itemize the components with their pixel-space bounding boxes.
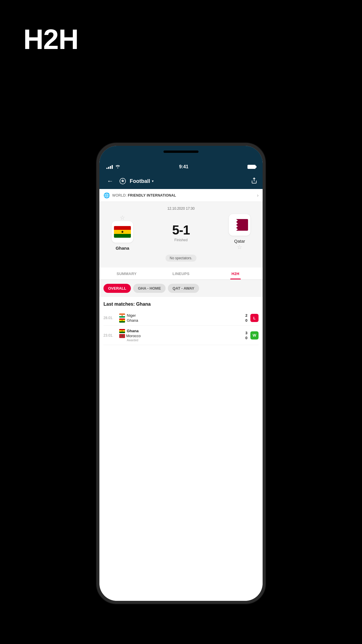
awarded-note: Awarded (119, 339, 242, 342)
match-scores-2: 3 0 (245, 331, 247, 340)
match-scores-1: 2 0 (245, 313, 247, 323)
morocco-mini-flag (119, 334, 125, 338)
status-time: 9:41 (179, 164, 188, 169)
away-team: Qatar ☆ (221, 214, 259, 251)
team-name-morocco: Morocco (126, 334, 141, 338)
notch-pill (164, 150, 198, 153)
tab-summary[interactable]: SUMMARY (99, 267, 154, 279)
qatar-flag-large (231, 219, 248, 231)
filter-gha-home[interactable]: GHA - HOME (133, 284, 166, 293)
last-matches-title: Last matches: Ghana (103, 302, 259, 307)
signal-bar-4 (112, 165, 113, 169)
score-niger: 2 (245, 313, 247, 318)
match-date-1: 28.01. (103, 316, 116, 320)
world-flag: 🌐 (103, 192, 110, 199)
match-teams-2: Ghana Morocco Awarded (119, 329, 242, 342)
signal-bars (106, 165, 113, 169)
filter-section: OVERALL GHA - HOME QAT - AWAY (99, 280, 263, 297)
wifi-icon (115, 164, 120, 169)
back-button[interactable]: ← (105, 176, 116, 186)
signal-bar-2 (108, 167, 109, 169)
league-text: WORLD: FRIENDLY INTERNATIONAL (112, 193, 176, 197)
tabs-bar: SUMMARY LINEUPS H2H (99, 267, 263, 280)
share-button[interactable] (251, 177, 257, 185)
signal-bar-3 (110, 166, 111, 169)
ghana-flag-large (114, 226, 131, 238)
match-teams-1: Niger Ghana (119, 313, 242, 323)
score-ghana-2: 3 (245, 331, 247, 335)
nav-title-text: Football (130, 178, 150, 184)
score-morocco: 0 (245, 336, 247, 340)
home-star-icon[interactable]: ☆ (120, 214, 125, 221)
team-row-ghana-1: Ghana (119, 318, 242, 323)
niger-mini-flag (119, 314, 125, 318)
status-bar: 9:41 (99, 160, 263, 173)
notch-area (99, 146, 263, 160)
no-spectators: No spectators. (103, 255, 259, 262)
away-star-icon[interactable]: ☆ (237, 244, 242, 251)
away-team-name: Qatar (234, 239, 245, 244)
league-chevron-icon: › (257, 193, 259, 198)
home-team: ☆ Ghana (103, 214, 141, 251)
battery-fill (248, 165, 255, 168)
match-row-item-1[interactable]: 28.01. Niger (103, 310, 259, 326)
match-section: 12.10.2020 17:30 ☆ (99, 202, 263, 267)
match-row: ☆ Ghana 5-1 (103, 214, 259, 251)
score-ghana-1: 0 (245, 318, 247, 323)
team-row-niger: Niger (119, 313, 242, 318)
league-banner[interactable]: 🌐 WORLD: FRIENDLY INTERNATIONAL › (99, 189, 263, 202)
battery-icon (247, 165, 256, 169)
match-center: 5-1 Finished (172, 223, 190, 242)
filter-qat-away[interactable]: QAT - AWAY (168, 284, 199, 293)
nav-title-area: Football ▾ (130, 178, 248, 184)
result-badge-2: W (250, 331, 259, 340)
team-row-ghana-2: Ghana (119, 329, 242, 333)
ghana-mini-flag-1 (119, 318, 125, 323)
away-flag-container (229, 214, 250, 236)
football-icon (119, 177, 127, 185)
status-left (106, 164, 120, 169)
home-team-name: Ghana (116, 246, 129, 251)
team-name-ghana-2: Ghana (127, 329, 138, 333)
home-flag-container (112, 221, 133, 243)
result-badge-1: L (250, 314, 259, 322)
match-date: 12.10.2020 17:30 (103, 206, 259, 211)
no-spectators-badge: No spectators. (166, 255, 196, 262)
team-name-niger: Niger (127, 313, 136, 318)
nav-bar: ← Football ▾ (99, 173, 263, 189)
signal-bar-1 (106, 168, 108, 169)
filter-overall[interactable]: OVERALL (103, 284, 131, 293)
match-score: 5-1 (172, 223, 190, 237)
match-date-2: 23.01. (103, 333, 116, 337)
ghana-mini-flag-2 (119, 329, 125, 333)
tab-h2h[interactable]: H2H (208, 267, 263, 279)
team-row-morocco: Morocco (119, 334, 242, 338)
dropdown-arrow[interactable]: ▾ (152, 179, 154, 183)
svg-point-2 (122, 180, 124, 182)
phone-screen: 9:41 ← Football ▾ (99, 146, 263, 601)
page-title: H2H (23, 23, 78, 55)
tab-lineups[interactable]: LINEUPS (154, 267, 208, 279)
match-row-item-2[interactable]: 23.01. Ghana (103, 326, 259, 345)
team-name-ghana-1: Ghana (127, 318, 138, 323)
last-matches-section: Last matches: Ghana 28.01. Niger (99, 297, 263, 601)
phone-frame: 9:41 ← Football ▾ (96, 143, 266, 604)
match-status: Finished (174, 238, 187, 242)
